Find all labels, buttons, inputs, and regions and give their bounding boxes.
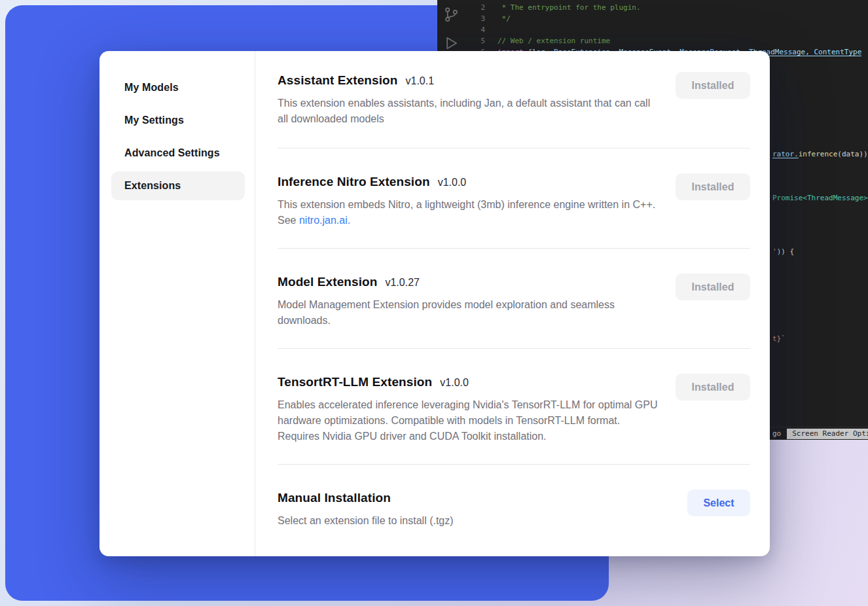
manual-installation-row: Manual Installation Select an extension … bbox=[278, 465, 750, 548]
assistant-extension-installed-button[interactable]: Installed bbox=[676, 72, 750, 99]
extension-row-tensorrt-llm: TensortRT-LLM Extension v1.0.0 Enables a… bbox=[278, 349, 750, 465]
extension-version: v1.0.27 bbox=[385, 277, 419, 289]
status-bar-items: go Screen Reader Optimized bbox=[772, 427, 868, 440]
code-text: ' bbox=[772, 247, 777, 256]
settings-modal: My Models My Settings Advanced Settings … bbox=[99, 51, 770, 556]
code-fragment: Promise<ThreadMessage> bbox=[772, 194, 868, 202]
extension-title: Assistant Extension bbox=[278, 73, 398, 88]
code-fragment: t}` bbox=[772, 334, 786, 343]
code-fragment: rator.inference(data)); bbox=[772, 150, 868, 158]
code-lines: 2 * The entrypoint for the plugin. 3 */ … bbox=[437, 2, 868, 58]
extension-info: Assistant Extension v1.0.1 This extensio… bbox=[278, 73, 659, 127]
code-text: // Web / extension runtime bbox=[485, 37, 610, 45]
extensions-list: Assistant Extension v1.0.1 This extensio… bbox=[255, 51, 770, 556]
extension-info: TensortRT-LLM Extension v1.0.0 Enables a… bbox=[278, 375, 659, 444]
extension-version: v1.0.0 bbox=[438, 177, 467, 188]
extension-row-assistant: Assistant Extension v1.0.1 This extensio… bbox=[278, 51, 750, 149]
sidebar-item-my-models[interactable]: My Models bbox=[111, 73, 245, 102]
sidebar-item-advanced-settings[interactable]: Advanced Settings bbox=[111, 139, 245, 168]
extension-info: Inference Nitro Extension v1.0.0 This ex… bbox=[278, 175, 659, 228]
nitro-extension-installed-button[interactable]: Installed bbox=[676, 173, 750, 200]
extension-title: Model Extension bbox=[278, 275, 377, 289]
extension-title: TensortRT-LLM Extension bbox=[278, 375, 432, 389]
extension-info: Manual Installation Select an extension … bbox=[278, 491, 659, 529]
line-number: 5 bbox=[437, 37, 485, 45]
code-line: 3 */ bbox=[437, 13, 868, 24]
line-number: 3 bbox=[437, 14, 485, 23]
extension-row-inference-nitro: Inference Nitro Extension v1.0.0 This ex… bbox=[278, 149, 750, 249]
extension-version: v1.0.0 bbox=[440, 377, 469, 389]
code-text: rator. bbox=[772, 150, 799, 158]
extension-description: This extension enables assistants, inclu… bbox=[278, 96, 659, 127]
manual-installation-description: Select an extension file to install (.tg… bbox=[278, 513, 659, 529]
sidebar-item-extensions[interactable]: Extensions bbox=[111, 171, 245, 200]
select-file-button[interactable]: Select bbox=[687, 490, 750, 516]
code-text: * The entrypoint for the plugin. bbox=[485, 3, 641, 12]
extension-title: Inference Nitro Extension bbox=[278, 175, 430, 189]
line-number: 2 bbox=[437, 3, 485, 12]
screen-reader-optimized-badge[interactable]: Screen Reader Optimized bbox=[787, 429, 868, 439]
extension-description: Enables accelerated inference leveraging… bbox=[278, 397, 659, 444]
code-line: 2 * The entrypoint for the plugin. bbox=[437, 2, 868, 13]
status-bar-text: go bbox=[772, 429, 781, 438]
sidebar-item-my-settings[interactable]: My Settings bbox=[111, 106, 245, 135]
settings-sidebar: My Models My Settings Advanced Settings … bbox=[99, 51, 255, 556]
desktop-background: 2 * The entrypoint for the plugin. 3 */ … bbox=[0, 0, 868, 606]
line-number: 4 bbox=[437, 26, 485, 34]
extension-description: Model Management Extension provides mode… bbox=[278, 297, 659, 329]
code-line: 5 // Web / extension runtime bbox=[437, 35, 868, 46]
code-text: (data)); bbox=[837, 150, 868, 158]
code-text: inference bbox=[799, 150, 838, 158]
extension-info: Model Extension v1.0.27 Model Management… bbox=[278, 275, 659, 329]
extension-version: v1.0.1 bbox=[406, 75, 435, 87]
nitro-jan-ai-link[interactable]: nitro.jan.ai. bbox=[299, 215, 350, 226]
model-extension-installed-button[interactable]: Installed bbox=[676, 274, 750, 300]
extension-row-model: Model Extension v1.0.27 Model Management… bbox=[278, 249, 750, 349]
code-fragment: ')) { bbox=[772, 247, 794, 256]
tensorrt-extension-installed-button[interactable]: Installed bbox=[676, 374, 750, 401]
extension-description: This extension embeds Nitro, a lightweig… bbox=[278, 197, 659, 228]
code-line: 4 bbox=[437, 24, 868, 35]
manual-installation-title: Manual Installation bbox=[278, 491, 391, 505]
code-text: */ bbox=[485, 14, 511, 23]
code-text: )) { bbox=[777, 247, 795, 256]
